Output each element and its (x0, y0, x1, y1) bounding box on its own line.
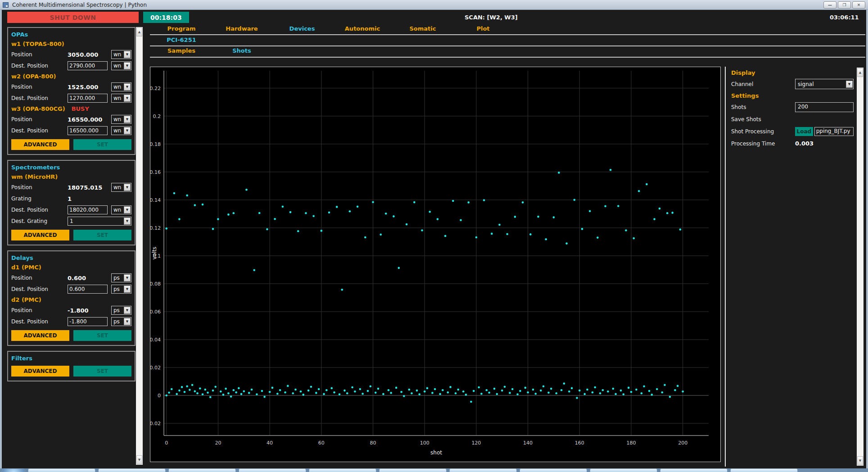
save-shots-row: Save Shots (731, 113, 854, 125)
param-row: Dest. Position 16500.000 wn ▼ (11, 126, 131, 136)
units-select[interactable]: ps ▼ (111, 317, 131, 326)
svg-text:0.2: 0.2 (153, 113, 161, 119)
tab-program[interactable]: Program (151, 25, 212, 32)
dest-position-input[interactable]: 2790.000 (68, 61, 108, 70)
tab-somatic[interactable]: Somatic (393, 25, 453, 32)
param-label: Dest. Position (11, 207, 68, 213)
units-select[interactable]: ps ▼ (111, 285, 131, 294)
panel-separator (725, 67, 726, 467)
chevron-down-icon[interactable]: ▼ (124, 307, 131, 314)
dest-position-input[interactable]: 16500.000 (68, 126, 108, 135)
chevron-down-icon[interactable]: ▼ (124, 51, 131, 58)
shots-row: Shots 200 (731, 101, 854, 113)
units-select[interactable]: wn ▼ (111, 126, 131, 135)
scroll-up-icon[interactable]: ▲ (136, 27, 142, 36)
chevron-down-icon[interactable]: ▼ (124, 286, 131, 293)
filters-group: Filters ADVANCED SET (7, 351, 136, 381)
chevron-down-icon[interactable]: ▼ (124, 184, 131, 191)
advanced-button[interactable]: ADVANCED (11, 366, 69, 377)
processing-script-input[interactable]: pping_BJT.py (814, 127, 854, 136)
position-readout: 3050.000 (68, 51, 108, 58)
scroll-down-icon[interactable]: ▼ (136, 455, 142, 464)
set-button[interactable]: SET (73, 366, 131, 377)
param-label: Dest. Position (11, 95, 68, 101)
settings-scrollbar[interactable]: ▲ ▼ (857, 68, 863, 466)
scroll-down-icon[interactable]: ▼ (857, 456, 863, 465)
tab-hardware[interactable]: Hardware (212, 25, 272, 32)
chevron-down-icon[interactable]: ▼ (124, 95, 131, 102)
scroll-up-icon[interactable]: ▲ (857, 68, 863, 77)
param-label: Position (11, 184, 68, 191)
chevron-down-icon[interactable]: ▼ (124, 83, 131, 91)
minimize-button[interactable]: — (823, 1, 836, 9)
param-label: Dest. Position (11, 63, 68, 69)
dest-position-input[interactable]: 18020.000 (68, 205, 108, 214)
taskbar-button[interactable] (168, 468, 236, 472)
dest-position-input[interactable]: 0.600 (68, 285, 108, 294)
app-icon (3, 2, 9, 8)
set-button[interactable]: SET (73, 330, 131, 341)
maximize-button[interactable]: ❐ (838, 1, 851, 9)
close-button[interactable]: ✕ (852, 1, 865, 9)
sidebar-scrollbar[interactable]: ▲ ▼ (136, 27, 143, 465)
window-title: Coherent Multidimensional Spectroscopy |… (12, 2, 147, 8)
shots-input[interactable]: 200 (795, 102, 854, 112)
taskbar-button[interactable] (28, 468, 95, 472)
set-button[interactable]: SET (73, 139, 131, 150)
dest-position-input[interactable]: -1.800 (68, 317, 108, 326)
tab-pci-6251[interactable]: PCI-6251 (151, 36, 212, 43)
shutdown-button[interactable]: SHUT DOWN (7, 12, 139, 23)
units-select[interactable]: wn ▼ (111, 94, 131, 103)
channel-select[interactable]: signal ▼ (795, 79, 854, 89)
taskbar-button[interactable] (660, 468, 728, 472)
chevron-down-icon[interactable]: ▼ (124, 62, 131, 69)
taskbar-button[interactable] (239, 468, 306, 472)
taskbar-button[interactable] (730, 468, 798, 472)
taskbar-button[interactable] (449, 468, 517, 472)
chevron-down-icon[interactable]: ▼ (124, 218, 131, 225)
chevron-down-icon[interactable]: ▼ (124, 127, 131, 134)
svg-text:0.12: 0.12 (150, 225, 161, 231)
window-border-left (0, 10, 2, 468)
tab-shots[interactable]: Shots (212, 47, 272, 54)
chevron-down-icon[interactable]: ▼ (846, 81, 853, 88)
tab-devices[interactable]: Devices (272, 25, 332, 32)
chevron-down-icon[interactable]: ▼ (124, 116, 131, 123)
units-select[interactable]: wn ▼ (111, 82, 131, 91)
chevron-down-icon[interactable]: ▼ (124, 274, 131, 281)
tab-underline-1 (150, 34, 865, 35)
units-select[interactable]: wn ▼ (111, 50, 131, 59)
set-button[interactable]: SET (73, 230, 131, 241)
taskbar-button[interactable] (309, 468, 376, 472)
windows-taskbar[interactable] (0, 468, 868, 472)
units-select[interactable]: ps ▼ (111, 273, 131, 282)
start-button[interactable] (2, 468, 25, 472)
taskbar-button[interactable] (520, 468, 587, 472)
param-label: Dest. Grating (11, 218, 68, 224)
dest-grating-select[interactable]: 1 ▼ (68, 217, 131, 226)
units-select[interactable]: wn ▼ (111, 205, 131, 214)
load-button[interactable]: Load (795, 127, 813, 136)
units-select[interactable]: wn ▼ (111, 61, 131, 70)
units-select[interactable]: wn ▼ (111, 115, 131, 124)
tab-samples[interactable]: Samples (151, 47, 212, 54)
svg-text:0.18: 0.18 (150, 141, 161, 147)
shots-scatter-plot[interactable]: 020406080100120140160180200-0.0200.020.0… (150, 67, 721, 462)
taskbar-button[interactable] (98, 468, 166, 472)
svg-text:0.08: 0.08 (150, 281, 161, 287)
taskbar-button[interactable] (379, 468, 447, 472)
dest-position-input[interactable]: 1270.000 (68, 94, 108, 103)
tab-autonomic[interactable]: Autonomic (332, 25, 393, 32)
chevron-down-icon[interactable]: ▼ (124, 318, 131, 325)
param-row: Position 16550.000 wn ▼ (11, 114, 131, 124)
advanced-button[interactable]: ADVANCED (11, 139, 69, 150)
units-select[interactable]: ps ▼ (111, 306, 131, 315)
param-row: Position 18075.015 wn ▼ (11, 182, 131, 192)
window-titlebar[interactable]: Coherent Multidimensional Spectroscopy |… (0, 0, 868, 10)
chevron-down-icon[interactable]: ▼ (124, 206, 131, 213)
units-select[interactable]: wn ▼ (111, 183, 131, 192)
taskbar-button[interactable] (590, 468, 657, 472)
advanced-button[interactable]: ADVANCED (11, 230, 69, 241)
tab-plot[interactable]: Plot (453, 25, 513, 32)
advanced-button[interactable]: ADVANCED (11, 330, 69, 341)
